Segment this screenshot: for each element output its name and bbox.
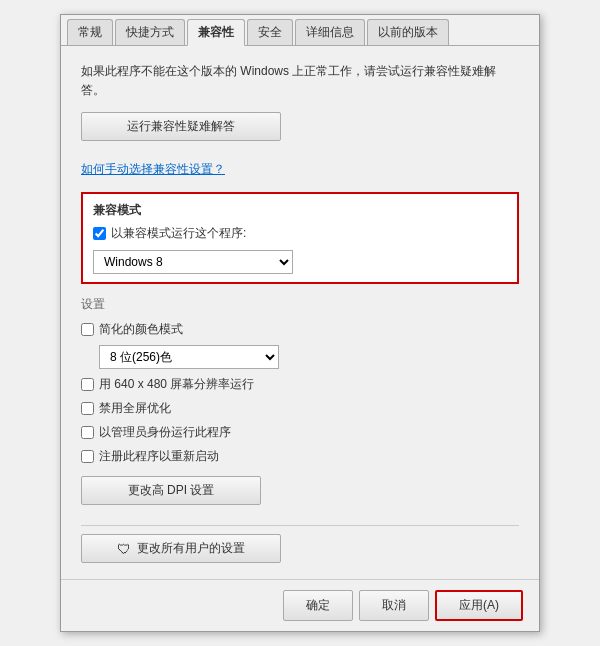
- cancel-button[interactable]: 取消: [359, 590, 429, 621]
- content-area: 如果此程序不能在这个版本的 Windows 上正常工作，请尝试运行兼容性疑难解答…: [61, 46, 539, 579]
- compat-mode-label: 以兼容模式运行这个程序:: [111, 225, 246, 242]
- color-dropdown[interactable]: 8 位(256)色 16 位色: [99, 345, 279, 369]
- dpi-button[interactable]: 更改高 DPI 设置: [81, 476, 261, 505]
- tab-bar: 常规 快捷方式 兼容性 安全 详细信息 以前的版本: [61, 15, 539, 46]
- bottom-bar: 确定 取消 应用(A): [61, 579, 539, 631]
- compat-dropdown-wrap: Windows 8 Windows 7 Windows Vista (SP2) …: [93, 250, 507, 274]
- tab-shortcut[interactable]: 快捷方式: [115, 19, 185, 45]
- fullscreen-checkbox[interactable]: [81, 402, 94, 415]
- dialog-window: 常规 快捷方式 兼容性 安全 详细信息 以前的版本 如果此程序不能在这个版本的 …: [60, 14, 540, 632]
- restart-label: 注册此程序以重新启动: [99, 448, 219, 465]
- run-troubleshoot-button[interactable]: 运行兼容性疑难解答: [81, 112, 281, 141]
- compat-checkbox-row: 以兼容模式运行这个程序:: [93, 225, 507, 242]
- apply-button[interactable]: 应用(A): [435, 590, 523, 621]
- compat-mode-checkbox[interactable]: [93, 227, 106, 240]
- resolution-label: 用 640 x 480 屏幕分辨率运行: [99, 376, 254, 393]
- resolution-checkbox[interactable]: [81, 378, 94, 391]
- setting-color-mode: 简化的颜色模式: [81, 321, 519, 338]
- tab-details[interactable]: 详细信息: [295, 19, 365, 45]
- settings-section: 设置 简化的颜色模式 8 位(256)色 16 位色 用 640 x 480 屏…: [81, 296, 519, 515]
- compat-mode-dropdown[interactable]: Windows 8 Windows 7 Windows Vista (SP2) …: [93, 250, 293, 274]
- setting-fullscreen: 禁用全屏优化: [81, 400, 519, 417]
- compat-mode-section: 兼容模式 以兼容模式运行这个程序: Windows 8 Windows 7 Wi…: [81, 192, 519, 284]
- color-dropdown-wrap: 8 位(256)色 16 位色: [81, 345, 519, 369]
- divider: [81, 525, 519, 526]
- tab-general[interactable]: 常规: [67, 19, 113, 45]
- restart-checkbox[interactable]: [81, 450, 94, 463]
- settings-title: 设置: [81, 296, 519, 313]
- admin-label: 以管理员身份运行此程序: [99, 424, 231, 441]
- ok-button[interactable]: 确定: [283, 590, 353, 621]
- change-all-label: 更改所有用户的设置: [137, 540, 245, 557]
- tab-previous-versions[interactable]: 以前的版本: [367, 19, 449, 45]
- change-all-button[interactable]: 🛡 更改所有用户的设置: [81, 534, 281, 563]
- setting-resolution: 用 640 x 480 屏幕分辨率运行: [81, 376, 519, 393]
- tab-security[interactable]: 安全: [247, 19, 293, 45]
- tab-compatibility[interactable]: 兼容性: [187, 19, 245, 46]
- color-mode-label: 简化的颜色模式: [99, 321, 183, 338]
- color-mode-checkbox[interactable]: [81, 323, 94, 336]
- shield-icon: 🛡: [117, 541, 131, 557]
- setting-admin: 以管理员身份运行此程序: [81, 424, 519, 441]
- fullscreen-label: 禁用全屏优化: [99, 400, 171, 417]
- setting-restart: 注册此程序以重新启动: [81, 448, 519, 465]
- manual-link[interactable]: 如何手动选择兼容性设置？: [81, 161, 519, 178]
- admin-checkbox[interactable]: [81, 426, 94, 439]
- compat-mode-title: 兼容模式: [93, 202, 507, 219]
- description-text: 如果此程序不能在这个版本的 Windows 上正常工作，请尝试运行兼容性疑难解答…: [81, 62, 519, 100]
